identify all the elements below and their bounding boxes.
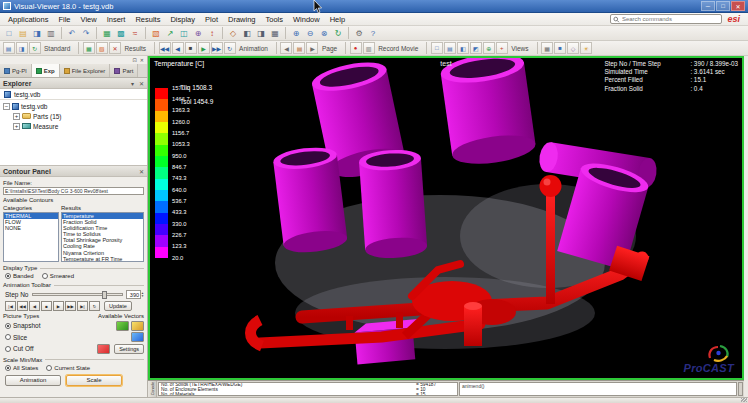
expand-icon[interactable]: + — [13, 113, 20, 120]
menu-item-window[interactable]: Window — [288, 15, 325, 24]
close-panel-icon[interactable]: ✕ — [140, 57, 144, 64]
current-state-radio[interactable] — [46, 365, 52, 371]
curve-icon[interactable]: ≈ — [129, 27, 142, 40]
view-top-icon[interactable]: ▤ — [444, 42, 456, 54]
cutoff-radio[interactable] — [5, 346, 11, 352]
menu-item-display[interactable]: Display — [165, 15, 200, 24]
layout-quad-icon[interactable]: ▦ — [269, 27, 282, 40]
close-explorer-icon[interactable]: ✕ — [139, 81, 144, 87]
search-input[interactable] — [622, 15, 720, 23]
scale-button[interactable]: Scale — [66, 375, 122, 386]
slider-thumb[interactable] — [102, 291, 107, 299]
all-states-radio[interactable] — [5, 365, 11, 371]
play-button[interactable]: ▶ — [53, 301, 64, 311]
settings-icon[interactable]: ⚙ — [353, 27, 366, 40]
annotation-icon[interactable]: ◇ — [227, 27, 240, 40]
fast-forward-button[interactable]: ▶▶ — [65, 301, 76, 311]
settings-button[interactable]: Settings — [114, 344, 144, 354]
explorer-tab-part[interactable]: Part — [110, 64, 138, 77]
menu-arrow-icon[interactable]: ▾ — [131, 81, 134, 87]
collapse-icon[interactable]: − — [3, 103, 10, 110]
light-icon[interactable]: ☀ — [580, 42, 592, 54]
table-icon[interactable]: ▩ — [115, 27, 128, 40]
close-button[interactable]: ✕ — [731, 1, 745, 11]
menu-item-drawing[interactable]: Drawing — [223, 15, 261, 24]
menu-item-results[interactable]: Results — [130, 15, 165, 24]
step-slider[interactable] — [32, 293, 124, 296]
play-icon[interactable]: ▶ — [198, 42, 210, 54]
first-frame-button[interactable]: |◀ — [5, 301, 16, 311]
last-frame-button[interactable]: ▶| — [77, 301, 88, 311]
probe-icon[interactable]: ⊕ — [192, 27, 205, 40]
cutoff-options-icon[interactable] — [97, 344, 110, 354]
menu-item-insert[interactable]: Insert — [102, 15, 131, 24]
view-iso-icon[interactable]: ◩ — [470, 42, 482, 54]
file-path-field[interactable]: E:\Installs\ESI\Test\Body CG 3-600 Rev08… — [3, 187, 144, 195]
print-icon[interactable]: ▥ — [45, 27, 58, 40]
animation-button[interactable]: Animation — [5, 375, 61, 386]
viewport-3d[interactable]: Temperature [C] 1570.01466.71363.31260.0… — [148, 56, 744, 380]
view-front-icon[interactable]: □ — [431, 42, 443, 54]
explorer-tab-exp[interactable]: Exp — [32, 64, 60, 77]
axis-icon[interactable]: + — [496, 42, 508, 54]
vector-options-icon[interactable] — [131, 321, 144, 331]
slice-radio[interactable] — [5, 334, 11, 340]
zoom-in-icon[interactable]: ⊕ — [290, 27, 303, 40]
banded-radio[interactable] — [5, 273, 11, 279]
session-open-icon[interactable]: ▤ — [3, 42, 15, 54]
prev-page-icon[interactable]: ◀ — [280, 42, 292, 54]
loop-icon[interactable]: ↻ — [224, 42, 236, 54]
menu-item-plot[interactable]: Plot — [200, 15, 223, 24]
snapshot-radio[interactable] — [5, 323, 11, 329]
menu-item-applications[interactable]: Applications — [3, 15, 53, 24]
contour-icon[interactable]: ▧ — [150, 27, 163, 40]
rewind-icon[interactable]: ◀◀ — [159, 42, 171, 54]
expand-icon[interactable]: + — [13, 123, 20, 130]
load-results-icon[interactable]: ▦ — [83, 42, 95, 54]
new-icon[interactable]: □ — [3, 27, 16, 40]
chart-icon[interactable]: ▦ — [101, 27, 114, 40]
spinner-arrows[interactable]: ▲▼ — [141, 292, 144, 298]
loop-button[interactable]: ↻ — [89, 301, 100, 311]
slice-options-icon[interactable] — [131, 332, 144, 342]
min-max-icon[interactable]: ↕ — [206, 27, 219, 40]
explorer-tab-pg-pl[interactable]: Pg-Pl — [0, 64, 32, 77]
results-list[interactable]: TemperatureFraction SolidSolidification … — [61, 212, 144, 262]
movie-settings-icon[interactable]: ▥ — [363, 42, 375, 54]
vector-display-icon[interactable] — [116, 321, 129, 331]
fit-view-icon[interactable]: ⊗ — [318, 27, 331, 40]
category-item[interactable]: NONE — [4, 225, 58, 231]
stop-button[interactable]: ■ — [41, 301, 52, 311]
console-tab[interactable]: Console — [148, 381, 157, 397]
menu-item-help[interactable]: Help — [325, 15, 350, 24]
layout-split-icon[interactable]: ◨ — [255, 27, 268, 40]
step-back-icon[interactable]: ◀ — [172, 42, 184, 54]
fast-forward-icon[interactable]: ▶▶ — [211, 42, 223, 54]
save-icon[interactable]: ◨ — [31, 27, 44, 40]
tree-item-measure[interactable]: + Measure — [0, 121, 147, 131]
rotate-view-icon[interactable]: ↻ — [332, 27, 345, 40]
wireframe-icon[interactable]: ▦ — [541, 42, 553, 54]
section-cut-icon[interactable]: ◫ — [178, 27, 191, 40]
resize-grip[interactable] — [741, 398, 747, 402]
tree-item-model[interactable]: − testg.vdb — [0, 101, 147, 111]
close-contour-panel-icon[interactable]: ✕ — [139, 169, 144, 175]
session-row[interactable]: testg.vdb — [0, 89, 147, 100]
layout-single-icon[interactable]: ◧ — [241, 27, 254, 40]
menu-item-view[interactable]: View — [76, 15, 102, 24]
menu-item-tools[interactable]: Tools — [261, 15, 289, 24]
console-log-pane[interactable]: animend() — [459, 382, 737, 396]
page-layout-icon[interactable]: ▤ — [293, 42, 305, 54]
next-page-icon[interactable]: ▶ — [306, 42, 318, 54]
open-icon[interactable]: ▤ — [17, 27, 30, 40]
vector-plot-icon[interactable]: ↗ — [164, 27, 177, 40]
step-spinbox[interactable]: 390 ▲▼ — [126, 290, 144, 299]
pin-icon[interactable]: ⊡ — [133, 57, 137, 64]
undo-icon[interactable]: ↶ — [66, 27, 79, 40]
redo-icon[interactable]: ↷ — [80, 27, 93, 40]
step-value[interactable]: 390 — [126, 290, 141, 299]
session-save-icon[interactable]: ◨ — [16, 42, 28, 54]
help-icon[interactable]: ? — [367, 27, 380, 40]
refresh-icon[interactable]: ↻ — [29, 42, 41, 54]
update-button[interactable]: Update — [104, 301, 132, 311]
